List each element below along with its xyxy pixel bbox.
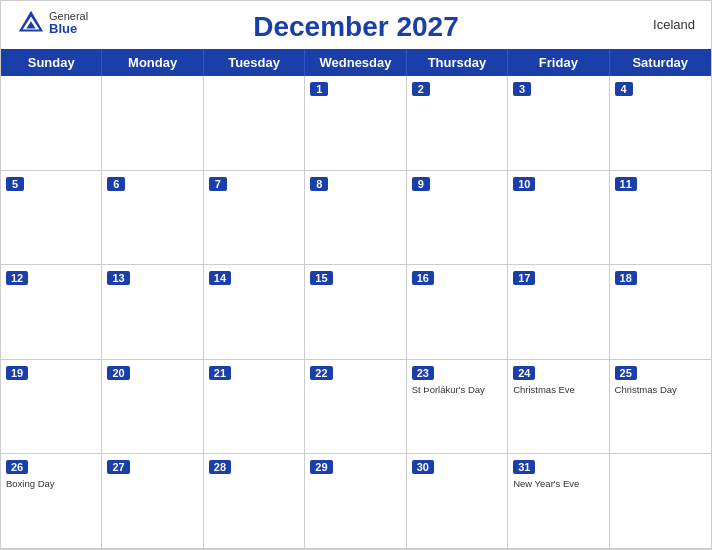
day-headers: Sunday Monday Tuesday Wednesday Thursday…	[1, 49, 711, 76]
header-thursday: Thursday	[407, 49, 508, 76]
day-cell-9: 9	[407, 171, 508, 266]
day-cell-28: 28	[204, 454, 305, 549]
day-cell-23: 23 St Þorlákur's Day	[407, 360, 508, 455]
day-cell-10: 10	[508, 171, 609, 266]
day-cell-26: 26 Boxing Day	[1, 454, 102, 549]
day-cell-1: 1	[305, 76, 406, 171]
calendar-grid: 1 2 3 4 5 6 7 8 9 10 11 12 13 14 15 16 1…	[1, 76, 711, 549]
event-thorlakur: St Þorlákur's Day	[412, 384, 502, 396]
day-cell-19: 19	[1, 360, 102, 455]
day-cell-29: 29	[305, 454, 406, 549]
day-cell-7: 7	[204, 171, 305, 266]
day-cell-30: 30	[407, 454, 508, 549]
day-cell-2: 2	[407, 76, 508, 171]
event-christmas-eve: Christmas Eve	[513, 384, 603, 396]
logo-blue-text: Blue	[49, 22, 88, 36]
month-title: December 2027	[253, 11, 458, 43]
day-cell-empty-2	[102, 76, 203, 171]
day-cell-31: 31 New Year's Eve	[508, 454, 609, 549]
header-friday: Friday	[508, 49, 609, 76]
day-cell-24: 24 Christmas Eve	[508, 360, 609, 455]
day-cell-15: 15	[305, 265, 406, 360]
day-cell-4: 4	[610, 76, 711, 171]
logo-text: General Blue	[49, 10, 88, 36]
day-cell-11: 11	[610, 171, 711, 266]
day-cell-20: 20	[102, 360, 203, 455]
logo: General Blue	[17, 9, 88, 37]
day-cell-22: 22	[305, 360, 406, 455]
day-cell-17: 17	[508, 265, 609, 360]
logo-icon	[17, 9, 45, 37]
event-boxing-day: Boxing Day	[6, 478, 96, 490]
day-cell-8: 8	[305, 171, 406, 266]
day-cell-27: 27	[102, 454, 203, 549]
day-cell-18: 18	[610, 265, 711, 360]
day-cell-empty-3	[204, 76, 305, 171]
event-christmas-day: Christmas Day	[615, 384, 706, 396]
day-cell-12: 12	[1, 265, 102, 360]
header-saturday: Saturday	[610, 49, 711, 76]
country-label: Iceland	[653, 17, 695, 32]
day-cell-6: 6	[102, 171, 203, 266]
day-cell-5: 5	[1, 171, 102, 266]
day-cell-13: 13	[102, 265, 203, 360]
header-tuesday: Tuesday	[204, 49, 305, 76]
day-cell-empty-1	[1, 76, 102, 171]
event-new-years-eve: New Year's Eve	[513, 478, 603, 490]
day-cell-empty-last	[610, 454, 711, 549]
day-cell-3: 3	[508, 76, 609, 171]
header-monday: Monday	[102, 49, 203, 76]
calendar-header: General Blue December 2027 Iceland	[1, 1, 711, 49]
day-cell-14: 14	[204, 265, 305, 360]
header-sunday: Sunday	[1, 49, 102, 76]
header-wednesday: Wednesday	[305, 49, 406, 76]
day-cell-16: 16	[407, 265, 508, 360]
calendar: General Blue December 2027 Iceland Sunda…	[0, 0, 712, 550]
day-cell-21: 21	[204, 360, 305, 455]
day-cell-25: 25 Christmas Day	[610, 360, 711, 455]
